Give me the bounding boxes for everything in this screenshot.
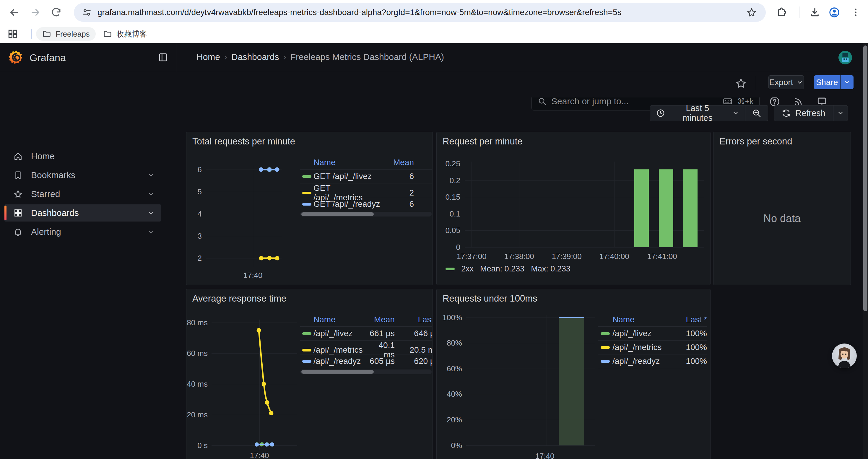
legend-row[interactable]: /api/_/livez 661 µs 646 µs xyxy=(300,327,432,340)
time-range-picker[interactable]: Last 5 minutes xyxy=(650,105,745,121)
series-swatch xyxy=(601,332,610,335)
panel-requests-under-100ms: Requests under 100ms 100% 80% 60% 40% 20… xyxy=(436,289,711,459)
home-icon xyxy=(13,152,23,161)
grafana-brand[interactable]: Grafana xyxy=(30,52,66,64)
assistant-avatar-widget[interactable] xyxy=(832,343,857,368)
sidebar-item-label: Starred xyxy=(31,189,60,199)
series-swatch xyxy=(601,346,610,349)
sidebar-item-starred[interactable]: Starred xyxy=(4,186,161,203)
legend-row[interactable]: GET /api/_/readyz 6 xyxy=(300,197,432,211)
col-last[interactable]: Last * xyxy=(395,315,432,324)
site-settings-icon[interactable] xyxy=(82,7,92,18)
legend-scrollbar[interactable] xyxy=(300,369,432,374)
legend-row[interactable]: /api/_/readyz 100% xyxy=(598,355,707,368)
bookmark-label: 收藏博客 xyxy=(116,29,147,39)
legend-table: NameMeanLast * /api/_/livez 661 µs 646 µ… xyxy=(300,313,432,368)
refresh-button[interactable]: Refresh xyxy=(774,105,833,121)
legend-row[interactable]: /api/_/livez 100% xyxy=(598,327,707,340)
toolbar-divider xyxy=(799,6,800,18)
grafana-logo-icon[interactable] xyxy=(8,50,24,66)
col-mean[interactable]: Mean xyxy=(381,158,414,167)
breadcrumb-home[interactable]: Home xyxy=(196,52,220,62)
reload-icon[interactable] xyxy=(50,6,63,19)
sidebar-item-dashboards[interactable]: Dashboards xyxy=(4,204,161,222)
series-last: 100% xyxy=(675,342,707,352)
series-mean: Mean: 0.233 xyxy=(480,264,524,273)
legend-row[interactable]: /api/_/metrics 100% xyxy=(598,340,707,355)
folder-icon xyxy=(103,29,112,39)
chevron-down-icon xyxy=(837,110,844,117)
series-name: 2xx xyxy=(461,264,473,273)
forward-icon[interactable] xyxy=(29,6,42,19)
series-name: /api/_/livez xyxy=(613,329,675,338)
col-last[interactable]: Last * xyxy=(675,315,707,324)
legend-row[interactable]: GET /api/_/livez 6 xyxy=(300,169,432,184)
bookmark-label: Freeleaps xyxy=(56,30,90,39)
col-mean[interactable]: Mean xyxy=(367,315,395,324)
bookmark-folder-freeleaps[interactable]: Freeleaps xyxy=(36,27,96,41)
clock-icon xyxy=(656,109,665,118)
scrollbar-thumb[interactable] xyxy=(863,45,867,311)
series-name: /api/_/metrics xyxy=(313,345,367,355)
sidebar: Home Bookmarks Starred Dashboards Alerti… xyxy=(0,72,176,459)
series-last: 100% xyxy=(675,357,707,366)
chevron-down-icon[interactable] xyxy=(148,172,155,179)
sidebar-item-label: Home xyxy=(31,151,55,161)
series-swatch xyxy=(302,192,311,194)
refresh-label: Refresh xyxy=(795,108,826,118)
export-button[interactable]: Export xyxy=(769,75,804,89)
chevron-down-icon[interactable] xyxy=(148,191,155,198)
grafana-top-nav: Grafana Home › Dashboards › Freeleaps Me… xyxy=(0,43,868,72)
series-last: 646 µs xyxy=(395,329,432,338)
breadcrumb-separator: › xyxy=(224,52,227,62)
legend-row[interactable]: /api/_/readyz 605 µs 620 µs xyxy=(300,355,432,368)
sidebar-item-bookmarks[interactable]: Bookmarks xyxy=(4,167,161,184)
series-name: /api/_/metrics xyxy=(613,342,675,352)
series-last: 20.5 ms xyxy=(395,345,432,355)
breadcrumb: Home › Dashboards › Freeleaps Metrics Da… xyxy=(196,52,444,62)
bookmarks-divider xyxy=(31,29,32,39)
sidebar-toggle-icon[interactable] xyxy=(158,52,168,63)
col-name[interactable]: Name xyxy=(313,315,367,324)
panel-total-requests-per-minute: Total requests per minute 6 5 4 3 2 17:4… xyxy=(186,132,433,285)
panel-title[interactable]: Errors per second xyxy=(719,136,792,147)
share-label: Share xyxy=(816,78,838,87)
back-icon[interactable] xyxy=(8,6,21,19)
zoom-out-button[interactable] xyxy=(745,105,768,121)
chevron-down-icon xyxy=(733,110,739,117)
legend-row[interactable]: /api/_/metrics 40.1 ms 20.5 ms xyxy=(300,340,432,355)
series-swatch xyxy=(302,203,311,205)
share-button[interactable]: Share xyxy=(814,75,840,89)
chevron-down-icon xyxy=(797,79,803,86)
dashboards-grid-icon xyxy=(13,208,23,218)
legend-table: NameLast * /api/_/livez 100% /api/_/metr… xyxy=(598,313,707,368)
bookmark-star-icon[interactable] xyxy=(746,7,757,18)
sidebar-item-alerting[interactable]: Alerting xyxy=(4,223,161,240)
dashboard-actions-bar: Export Share xyxy=(176,72,863,97)
chevron-down-icon[interactable] xyxy=(148,209,155,217)
extensions-icon[interactable] xyxy=(775,6,788,19)
legend-scrollbar[interactable] xyxy=(300,212,432,217)
panel-errors-per-second: Errors per second No data xyxy=(713,132,851,285)
refresh-interval-button[interactable] xyxy=(833,105,848,121)
bell-icon xyxy=(13,227,23,237)
bookmark-folder-blogs[interactable]: 收藏博客 xyxy=(97,27,153,41)
col-name[interactable]: Name xyxy=(613,315,675,324)
share-menu-button[interactable] xyxy=(840,75,854,89)
breadcrumb-dashboards[interactable]: Dashboards xyxy=(231,52,279,62)
favorite-star-icon[interactable] xyxy=(735,77,747,89)
legend[interactable]: 2xx Mean: 0.233 Max: 0.233 xyxy=(445,264,570,273)
sidebar-item-home[interactable]: Home xyxy=(4,148,161,165)
browser-menu-icon[interactable] xyxy=(849,6,862,19)
chevron-down-icon[interactable] xyxy=(148,228,155,235)
panel-average-response-time: Average response time 80 ms 60 ms 40 ms … xyxy=(186,289,433,459)
address-bar[interactable]: grafana.mathmast.com/d/deytv4rwavabkb/fr… xyxy=(74,3,766,22)
legend-row[interactable]: GET /api/_/metrics 2 xyxy=(300,184,432,197)
col-name[interactable]: Name xyxy=(313,158,381,167)
profile-icon[interactable] xyxy=(828,6,841,19)
no-data-message: No data xyxy=(713,212,850,225)
user-avatar[interactable] xyxy=(838,51,852,64)
legend-header-row: NameMeanLast * xyxy=(300,313,432,327)
downloads-icon[interactable] xyxy=(808,6,821,19)
apps-grid-icon[interactable] xyxy=(7,28,18,40)
